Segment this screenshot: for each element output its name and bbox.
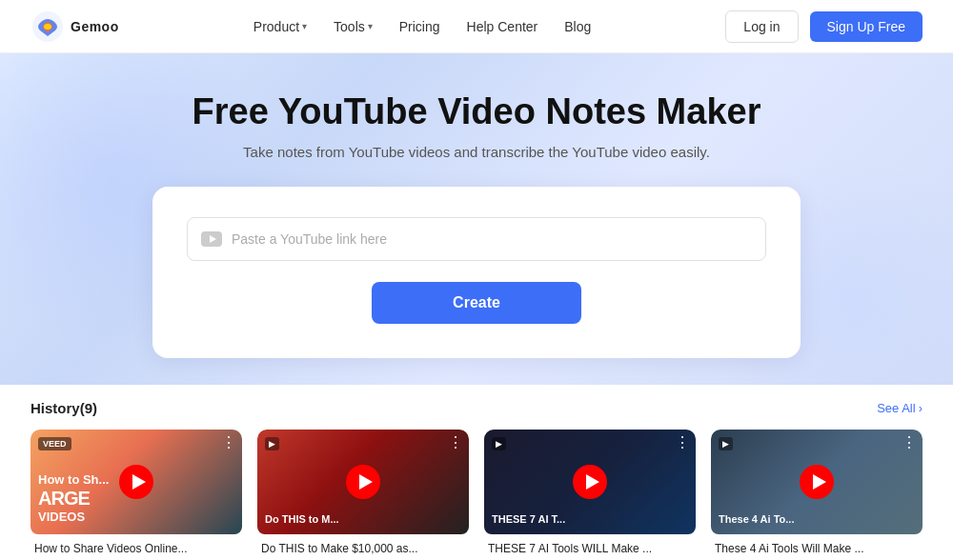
youtube-url-input[interactable] xyxy=(232,231,752,247)
url-input-wrap xyxy=(187,217,766,261)
video-title-4: These 4 Ai Tools Will Make ... xyxy=(715,542,919,555)
svg-point-1 xyxy=(44,24,51,30)
history-section: History(9) See All › VEED How to Sh...AR… xyxy=(0,385,953,560)
see-all-button[interactable]: See All › xyxy=(877,401,923,415)
video-more-icon-4[interactable]: ⋮ xyxy=(902,435,917,450)
history-grid: VEED How to Sh...ARGEVIDEOS ⋮ How to Sha… xyxy=(30,430,923,560)
navbar-actions: Log in Sign Up Free xyxy=(725,10,923,43)
thumb-overlay-2: Do THIS to M... xyxy=(265,513,461,525)
nav-links: Product ▾ Tools ▾ Pricing Help Center Bl… xyxy=(253,19,591,34)
logo-icon xyxy=(30,10,65,44)
chevron-down-icon: ▾ xyxy=(368,21,373,31)
video-more-icon-3[interactable]: ⋮ xyxy=(675,435,690,450)
nav-tools[interactable]: Tools ▾ xyxy=(334,19,373,34)
video-thumbnail-1: VEED How to Sh...ARGEVIDEOS ⋮ xyxy=(30,430,242,534)
login-button[interactable]: Log in xyxy=(725,10,798,43)
input-card: Create xyxy=(152,187,801,358)
thumb-badge-3: ▶ xyxy=(492,437,506,450)
navbar: Gemoo Product ▾ Tools ▾ Pricing Help Cen… xyxy=(0,0,953,53)
hero-section: Free YouTube Video Notes Maker Take note… xyxy=(0,53,953,385)
play-button-icon-3 xyxy=(571,463,609,501)
nav-help[interactable]: Help Center xyxy=(467,19,538,34)
hero-title: Free YouTube Video Notes Maker xyxy=(30,91,923,132)
logo[interactable]: Gemoo xyxy=(30,10,119,44)
video-more-icon-1[interactable]: ⋮ xyxy=(221,435,236,450)
nav-pricing[interactable]: Pricing xyxy=(399,19,440,34)
video-info-3: THESE 7 AI Tools WILL Make ... Created: … xyxy=(484,534,696,560)
video-title-2: Do THIS to Make $10,000 as... xyxy=(261,542,465,555)
thumb-badge-2: ▶ xyxy=(265,437,279,450)
play-button-icon-2 xyxy=(344,463,382,501)
video-more-icon-2[interactable]: ⋮ xyxy=(448,435,463,450)
play-button-icon-4 xyxy=(798,463,836,501)
thumb-badge-1: VEED xyxy=(38,437,71,450)
signup-button[interactable]: Sign Up Free xyxy=(810,11,923,42)
history-header: History(9) See All › xyxy=(30,400,923,416)
video-card-4[interactable]: ▶ These 4 Ai To... ⋮ These 4 Ai Tools Wi… xyxy=(711,430,923,560)
thumb-overlay-3: THESE 7 AI T... xyxy=(492,513,688,525)
thumb-overlay-4: These 4 Ai To... xyxy=(719,513,915,525)
nav-blog[interactable]: Blog xyxy=(564,19,591,34)
video-info-4: These 4 Ai Tools Will Make ... Created: … xyxy=(711,534,923,560)
video-thumbnail-3: ▶ THESE 7 AI T... ⋮ xyxy=(484,430,696,534)
chevron-right-icon: › xyxy=(919,401,923,415)
video-info-1: How to Share Videos Online... Created: 0… xyxy=(30,534,242,560)
logo-text: Gemoo xyxy=(71,19,119,34)
youtube-icon xyxy=(201,231,222,247)
play-button-icon-1 xyxy=(117,463,155,501)
video-card-1[interactable]: VEED How to Sh...ARGEVIDEOS ⋮ How to Sha… xyxy=(30,430,242,560)
create-button[interactable]: Create xyxy=(372,282,581,324)
video-title-1: How to Share Videos Online... xyxy=(34,542,238,555)
history-title: History(9) xyxy=(30,400,97,416)
video-card-3[interactable]: ▶ THESE 7 AI T... ⋮ THESE 7 AI Tools WIL… xyxy=(484,430,696,560)
hero-subtitle: Take notes from YouTube videos and trans… xyxy=(30,144,923,160)
video-title-3: THESE 7 AI Tools WILL Make ... xyxy=(488,542,692,555)
video-thumbnail-4: ▶ These 4 Ai To... ⋮ xyxy=(711,430,923,534)
nav-product[interactable]: Product ▾ xyxy=(253,19,307,34)
video-info-2: Do THIS to Make $10,000 as... Created: 0… xyxy=(257,534,469,560)
video-card-2[interactable]: ▶ Do THIS to M... ⋮ Do THIS to Make $10,… xyxy=(257,430,469,560)
video-thumbnail-2: ▶ Do THIS to M... ⋮ xyxy=(257,430,469,534)
thumb-badge-4: ▶ xyxy=(719,437,733,450)
chevron-down-icon: ▾ xyxy=(302,21,307,31)
